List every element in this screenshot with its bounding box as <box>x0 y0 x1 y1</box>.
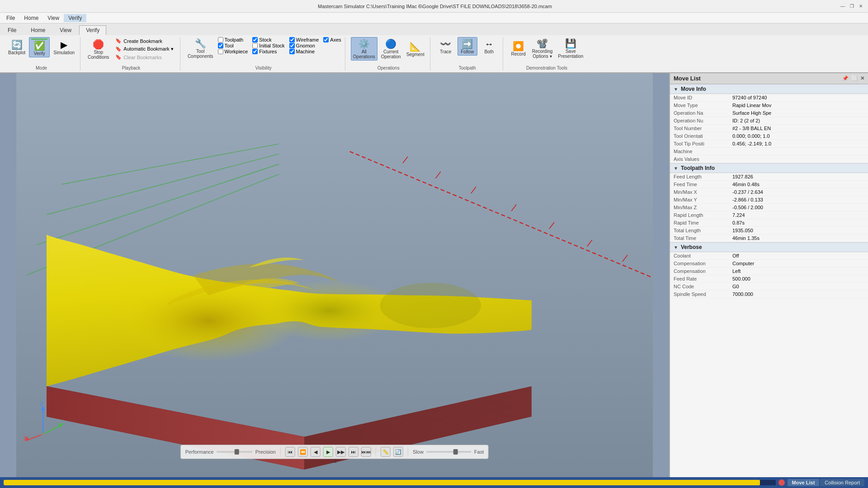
clear-bookmarks-button[interactable]: 🔖 Clear Bookmarks <box>113 53 176 61</box>
skip-to-end-button[interactable]: ⏭⏭ <box>361 447 371 457</box>
speed-slider[interactable] <box>426 451 472 453</box>
measure-button[interactable]: 📏 <box>381 447 391 457</box>
record-button[interactable]: ⏺️ Record <box>509 40 528 57</box>
trace-button[interactable]: 〰️ Trace <box>436 38 456 55</box>
row-value <box>729 148 868 155</box>
simulation-icon: ▶ <box>61 39 67 50</box>
slow-label: Slow <box>413 449 424 455</box>
menu-home[interactable]: Home <box>19 14 43 22</box>
row-value <box>729 155 868 163</box>
segment-label: Segment <box>406 52 425 57</box>
gnomon-checkbox[interactable]: Gnomon <box>289 43 319 48</box>
row-value: Surface High Spe <box>729 109 868 117</box>
toolpath-info-section-header[interactable]: ▼ Toolpath Info <box>670 163 868 173</box>
tab-verify[interactable]: Verify <box>79 25 106 35</box>
table-row: Min/Max X-0.237 / 2.634 <box>670 188 868 196</box>
back-button[interactable]: ◀ <box>311 447 321 457</box>
current-operation-button[interactable]: 🔵 CurrentOperation <box>379 38 403 60</box>
recording-options-button[interactable]: 📽️ RecordingOptions ▾ <box>530 37 555 60</box>
refresh-button[interactable]: 🔄 <box>393 447 403 457</box>
menu-verify[interactable]: Verify <box>64 14 86 22</box>
panel-title: Move List <box>674 75 701 82</box>
create-bookmark-button[interactable]: 🔖 Create Bookmark <box>113 37 176 45</box>
operations-buttons: ⚙️ AllOperations 🔵 CurrentOperation 📐 Se… <box>351 37 426 61</box>
progress-bar <box>4 480 776 485</box>
backplot-label: Backplot <box>8 50 25 55</box>
all-operations-button[interactable]: ⚙️ AllOperations <box>351 37 377 61</box>
axis-indicator: Z Y X <box>23 400 63 441</box>
svg-text:Z: Z <box>40 401 43 407</box>
both-button[interactable]: ↔️ Both <box>479 38 499 55</box>
wireframe-checkbox[interactable]: Wireframe <box>289 37 319 42</box>
automatic-bookmark-button[interactable]: 🔖 Automatic Bookmark ▾ <box>113 45 176 53</box>
status-bar: Move List Collision Report <box>0 477 868 488</box>
stock-checkbox[interactable]: Stock <box>252 37 284 42</box>
step-forward-button[interactable]: ⏭ <box>349 447 359 457</box>
menu-file[interactable]: File <box>2 14 19 22</box>
row-label: Tool Tip Positi <box>670 140 729 148</box>
move-info-title: Move Info <box>681 86 706 92</box>
verify-button[interactable]: ✅ Verify <box>29 37 50 57</box>
prec-label: Precision <box>255 449 276 455</box>
stop-conditions-button[interactable]: 🛑 StopConditions <box>86 38 111 61</box>
table-row: Min/Max Z-0.506 / 2.000 <box>670 204 868 211</box>
row-label: Operation Na <box>670 109 729 117</box>
row-value: 0.456; -2.149; 1.0 <box>729 140 868 148</box>
restore-button[interactable]: ❐ <box>848 3 855 10</box>
tool-checkbox[interactable]: Tool <box>218 43 248 48</box>
table-row: CoolantOff <box>670 252 868 260</box>
initial-stock-checkbox[interactable]: Initial Stock <box>252 43 284 48</box>
row-label: Tool Orientati <box>670 132 729 140</box>
move-info-table: Move ID97240 of 97240Move TypeRapid Line… <box>670 94 868 163</box>
verbose-section-header[interactable]: ▼ Verbose <box>670 242 868 252</box>
ribbon-group-demo: ⏺️ Record 📽️ RecordingOptions ▾ 💾 SavePr… <box>505 37 589 70</box>
forward-button[interactable]: ▶▶ <box>336 447 346 457</box>
row-value: #2 - 3/8 BALL EN <box>729 125 868 132</box>
move-info-section-header[interactable]: ▼ Move Info <box>670 84 868 94</box>
save-presentation-button[interactable]: 💾 SavePresentation <box>556 37 585 60</box>
window-controls: — ❐ ✕ <box>839 3 864 10</box>
panel-close-button[interactable]: ✕ <box>860 75 864 81</box>
recording-opts-label: RecordingOptions ▾ <box>532 49 553 59</box>
skip-to-start-button[interactable]: ⏮ <box>285 447 295 457</box>
table-row: Move TypeRapid Linear Mov <box>670 102 868 109</box>
fast-label: Fast <box>474 449 484 455</box>
table-row: Min/Max Y-2.866 / 0.133 <box>670 196 868 204</box>
panel-float-button[interactable]: ⬜ <box>851 75 858 81</box>
table-row: Machine <box>670 148 868 155</box>
table-row: Spindle Speed7000.000 <box>670 291 868 298</box>
performance-slider[interactable] <box>217 451 253 453</box>
menu-view[interactable]: View <box>43 14 64 22</box>
table-row: Operation NuID: 2 (2 of 2) <box>670 117 868 125</box>
row-value: -0.237 / 2.634 <box>729 188 868 196</box>
workpiece-checkbox[interactable]: Workpiece <box>218 49 248 54</box>
viewport[interactable]: Z Y X Performance Precision <box>0 73 669 477</box>
status-tab-move-list[interactable]: Move List <box>788 479 820 486</box>
mode-buttons: 🔄 Backplot ✅ Verify ▶ Simulation <box>6 37 76 57</box>
backplot-button[interactable]: 🔄 Backplot <box>6 38 27 56</box>
tab-home[interactable]: Home <box>24 25 52 35</box>
follow-button[interactable]: ➡️ Follow <box>458 37 477 56</box>
status-tab-collision-report[interactable]: Collision Report <box>820 479 864 486</box>
axes-checkbox[interactable]: Axes <box>323 37 341 42</box>
machine-checkbox[interactable]: Machine <box>289 49 319 54</box>
segment-button[interactable]: 📐 Segment <box>405 40 426 58</box>
simulation-button[interactable]: ▶ Simulation <box>52 38 76 56</box>
minimize-button[interactable]: — <box>839 3 846 10</box>
panel-pin-button[interactable]: 📌 <box>842 75 849 81</box>
stop-conditions-icon: 🛑 <box>93 39 104 50</box>
close-button[interactable]: ✕ <box>857 3 864 10</box>
row-label: Move Type <box>670 102 729 109</box>
toolpath-checkbox[interactable]: Toolpath <box>218 37 248 42</box>
tool-components-button[interactable]: 🔧 ToolComponents <box>186 37 215 60</box>
step-back-button[interactable]: ⏪ <box>298 447 308 457</box>
tab-view[interactable]: View <box>53 25 78 35</box>
follow-icon: ➡️ <box>462 38 473 49</box>
play-button[interactable]: ▶ <box>323 447 333 457</box>
fixtures-checkbox[interactable]: Fixtures <box>252 49 284 54</box>
tab-file[interactable]: File <box>1 25 23 35</box>
ribbon: File Home View Verify 🔄 Backplot ✅ Verif… <box>0 23 868 73</box>
demo-group-label: Demonstration Tools <box>526 65 567 70</box>
visibility-col1: Toolpath Tool Workpiece <box>218 37 248 54</box>
visibility-col2: Stock Initial Stock Fixtures <box>252 37 284 54</box>
